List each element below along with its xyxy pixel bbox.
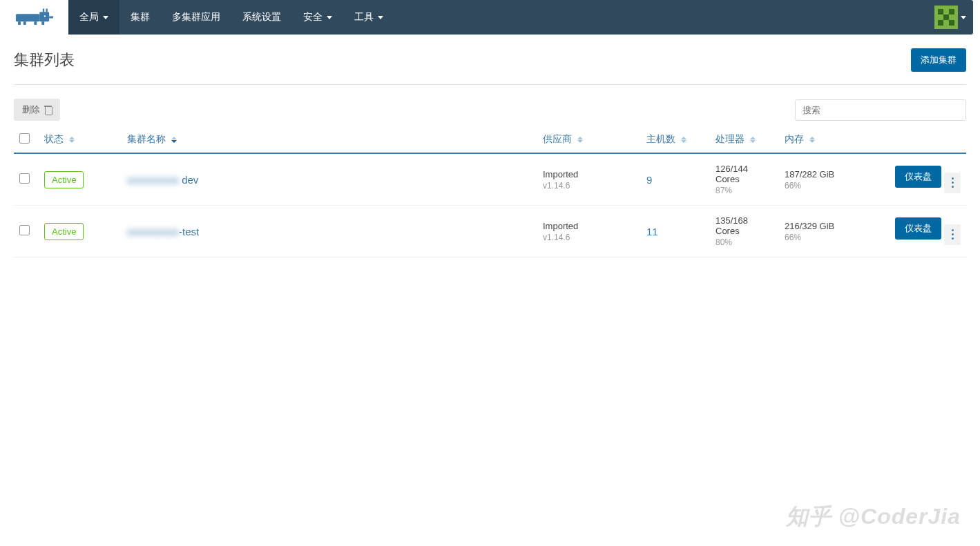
nav-clusters[interactable]: 集群: [119, 0, 161, 35]
col-header-name[interactable]: 集群名称: [122, 126, 537, 153]
svg-point-8: [44, 15, 46, 17]
cpu-text: 135/168 Cores: [715, 215, 774, 236]
sort-icon: [171, 137, 177, 143]
row-menu-button[interactable]: [944, 173, 961, 193]
host-count-link[interactable]: 11: [646, 226, 658, 237]
nav-multi-cluster[interactable]: 多集群应用: [161, 0, 231, 35]
chevron-down-icon: [378, 16, 383, 19]
version-text: v1.14.6: [543, 181, 635, 191]
sort-icon: [69, 137, 75, 143]
delete-button-label: 删除: [22, 104, 40, 116]
svg-rect-0: [16, 14, 39, 21]
nav-security[interactable]: 安全: [292, 0, 343, 35]
page-title: 集群列表: [14, 50, 75, 70]
chevron-down-icon: [327, 16, 332, 19]
chevron-down-icon: [961, 16, 966, 19]
row-checkbox[interactable]: [19, 225, 30, 235]
sort-icon: [750, 137, 756, 143]
cluster-name-link[interactable]: xxxxxxxxxx-test: [127, 226, 199, 237]
version-text: v1.14.6: [543, 233, 635, 242]
sort-icon: [809, 137, 815, 143]
svg-rect-4: [34, 21, 37, 25]
nav-tools[interactable]: 工具: [343, 0, 394, 35]
nav-global-label: 全局: [79, 11, 99, 23]
svg-rect-3: [23, 21, 26, 25]
provider-text: Imported: [543, 169, 635, 179]
page-header: 集群列表 添加集群: [14, 48, 966, 85]
svg-rect-5: [41, 21, 44, 25]
memory-text: 187/282 GiB: [785, 169, 884, 179]
chevron-down-icon: [103, 16, 108, 19]
table-row: Activexxxxxxxxxx-testImportedv1.14.61113…: [14, 206, 966, 257]
svg-rect-7: [46, 9, 48, 12]
row-checkbox[interactable]: [19, 173, 30, 184]
nav-tools-label: 工具: [354, 11, 374, 23]
cluster-table: 状态 集群名称 供应商 主机数 处理器: [14, 126, 966, 257]
cpu-pct-text: 87%: [715, 186, 774, 195]
cpu-pct-text: 80%: [715, 237, 774, 247]
col-header-hosts[interactable]: 主机数: [641, 126, 710, 153]
sort-icon: [681, 137, 686, 143]
status-badge: Active: [44, 171, 84, 188]
memory-pct-text: 66%: [785, 233, 884, 242]
nav-security-label: 安全: [303, 11, 323, 23]
cpu-text: 126/144 Cores: [715, 164, 774, 184]
nav-user-menu[interactable]: [928, 0, 973, 35]
row-menu-button[interactable]: [944, 224, 961, 245]
status-badge: Active: [44, 223, 84, 240]
topbar: 全局 集群 多集群应用 系统设置 安全 工具: [0, 0, 980, 35]
sort-icon: [577, 137, 583, 143]
dashboard-button[interactable]: 仪表盘: [895, 166, 941, 188]
select-all-checkbox[interactable]: [19, 133, 30, 144]
main-nav: 全局 集群 多集群应用 系统设置 安全 工具: [68, 0, 973, 35]
col-header-state[interactable]: 状态: [39, 126, 122, 153]
table-row: Activexxxxxxxxxx devImportedv1.14.69126/…: [14, 153, 966, 206]
nav-global[interactable]: 全局: [68, 0, 119, 35]
dashboard-button[interactable]: 仪表盘: [895, 217, 941, 240]
trash-icon: [44, 106, 52, 115]
add-cluster-button[interactable]: 添加集群: [911, 48, 966, 72]
search-input[interactable]: [795, 99, 966, 121]
delete-button[interactable]: 删除: [14, 99, 60, 121]
nav-system-settings[interactable]: 系统设置: [231, 0, 292, 35]
col-header-memory[interactable]: 内存: [779, 126, 890, 153]
avatar: [934, 6, 958, 29]
cluster-name-link[interactable]: xxxxxxxxxx dev: [127, 174, 198, 186]
col-header-cpu[interactable]: 处理器: [710, 126, 779, 153]
host-count-link[interactable]: 9: [646, 174, 652, 186]
svg-rect-2: [18, 21, 21, 25]
action-bar: 删除: [14, 99, 966, 121]
svg-rect-6: [43, 9, 44, 12]
memory-pct-text: 66%: [785, 181, 884, 191]
rancher-logo-icon: [14, 8, 59, 27]
provider-text: Imported: [543, 221, 635, 231]
memory-text: 216/329 GiB: [785, 221, 884, 231]
logo[interactable]: [14, 8, 59, 27]
col-header-provider[interactable]: 供应商: [537, 126, 641, 153]
